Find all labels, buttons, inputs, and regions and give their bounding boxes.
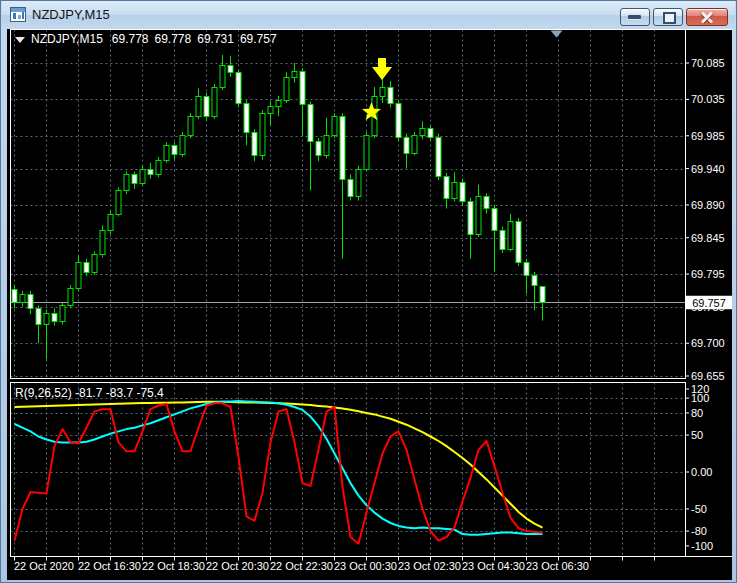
candle bbox=[284, 78, 289, 101]
time-axis-label: 23 Oct 06:30 bbox=[526, 560, 589, 572]
minimize-icon bbox=[628, 15, 641, 19]
price-axis-label: 70.035 bbox=[691, 93, 725, 105]
chart-area[interactable]: 70.08570.03569.98569.94069.89069.84569.7… bbox=[7, 29, 732, 580]
chart-canvas[interactable]: 70.08570.03569.98569.94069.89069.84569.7… bbox=[7, 29, 732, 580]
candle bbox=[132, 175, 137, 184]
candle bbox=[196, 97, 201, 117]
restore-icon bbox=[663, 12, 676, 24]
candle bbox=[444, 177, 449, 199]
dropdown-triangle-icon bbox=[15, 37, 25, 43]
indicator-line-mid bbox=[15, 401, 543, 535]
price-axis-label: 69.700 bbox=[691, 337, 725, 349]
indicator-header: R(9,26,52) -81.7 -83.7 -75.4 bbox=[15, 386, 164, 400]
candle bbox=[244, 104, 249, 133]
candle bbox=[460, 183, 465, 202]
time-axis-label: 22 Oct 2020 bbox=[14, 560, 74, 572]
header-high: 69.778 bbox=[155, 32, 192, 46]
price-axis-label: 69.655 bbox=[691, 370, 725, 382]
sell-arrow-icon bbox=[372, 58, 392, 80]
candle bbox=[300, 72, 305, 105]
candle bbox=[260, 114, 265, 156]
candle bbox=[116, 191, 121, 215]
candle bbox=[452, 183, 457, 199]
candles-group bbox=[12, 55, 545, 359]
candle bbox=[492, 209, 497, 231]
restore-button[interactable] bbox=[653, 8, 683, 26]
header-close: 69.757 bbox=[240, 32, 277, 46]
candle bbox=[124, 175, 129, 191]
candle bbox=[532, 276, 537, 286]
candle bbox=[396, 104, 401, 138]
header-low: 69.731 bbox=[197, 32, 234, 46]
candle bbox=[268, 107, 273, 114]
time-axis-label: 22 Oct 16:30 bbox=[78, 560, 141, 572]
price-axis-label: 69.890 bbox=[691, 199, 725, 211]
candle bbox=[508, 222, 513, 250]
candle bbox=[420, 129, 425, 136]
time-axis-label: 23 Oct 02:30 bbox=[398, 560, 461, 572]
time-axis-label: 22 Oct 18:30 bbox=[142, 560, 205, 572]
close-button[interactable] bbox=[686, 8, 728, 26]
chart-shift-triangle-icon bbox=[551, 31, 563, 38]
candle bbox=[476, 197, 481, 235]
candle bbox=[236, 73, 241, 104]
indicator-axis-label: 100 bbox=[691, 392, 709, 404]
candle bbox=[148, 170, 153, 175]
indicator-line-slow bbox=[15, 402, 543, 528]
candle bbox=[364, 136, 369, 170]
candle bbox=[84, 263, 89, 273]
candle bbox=[36, 309, 41, 325]
candle bbox=[276, 101, 281, 107]
candle bbox=[68, 289, 73, 306]
price-axis-label: 69.940 bbox=[691, 163, 725, 175]
candle bbox=[516, 222, 521, 263]
candle bbox=[500, 231, 505, 250]
minimize-button[interactable] bbox=[620, 8, 650, 26]
candle bbox=[340, 117, 345, 180]
candle bbox=[316, 142, 321, 156]
candle bbox=[484, 197, 489, 209]
candle bbox=[44, 314, 49, 325]
candle bbox=[172, 146, 177, 155]
candle bbox=[212, 88, 217, 117]
header-symbol: NZDJPY,M15 bbox=[31, 32, 103, 46]
candle bbox=[20, 295, 25, 303]
candle bbox=[252, 133, 257, 156]
candle bbox=[28, 295, 33, 309]
candle bbox=[404, 138, 409, 154]
candle bbox=[356, 170, 361, 197]
candle bbox=[140, 170, 145, 184]
indicator-axis-label: -100 bbox=[691, 540, 713, 552]
time-axis-label: 22 Oct 22:30 bbox=[270, 560, 333, 572]
candle bbox=[220, 66, 225, 88]
candle bbox=[412, 136, 417, 154]
price-axis-label: 69.845 bbox=[691, 232, 725, 244]
chart-ohlc-header: NZDJPY,M1569.77869.77869.73169.757 bbox=[15, 32, 283, 46]
candle bbox=[540, 287, 545, 303]
indicator-axis-label: 50 bbox=[691, 429, 703, 441]
chart-window-icon bbox=[10, 7, 26, 22]
current-price-tag-label: 69.757 bbox=[692, 297, 726, 309]
indicator-axis-label: -80 bbox=[691, 525, 707, 537]
candle bbox=[52, 314, 57, 322]
candle bbox=[292, 72, 297, 78]
candle bbox=[388, 88, 393, 104]
indicator-line-fast bbox=[15, 403, 543, 543]
candle bbox=[204, 97, 209, 117]
title-bar[interactable]: NZDJPY,M15 bbox=[2, 1, 735, 29]
candle bbox=[332, 117, 337, 136]
indicator-axis-label: -50 bbox=[691, 503, 707, 515]
candle bbox=[324, 136, 329, 156]
candle bbox=[468, 202, 473, 235]
candle bbox=[524, 263, 529, 276]
window-title: NZDJPY,M15 bbox=[32, 7, 110, 22]
candle bbox=[92, 255, 97, 273]
candle bbox=[428, 129, 433, 138]
indicator-axis-label: 0.00 bbox=[691, 466, 712, 478]
time-axis-label: 23 Oct 04:30 bbox=[462, 560, 525, 572]
candle bbox=[164, 146, 169, 161]
candle bbox=[308, 105, 313, 142]
candle bbox=[12, 290, 17, 303]
candle bbox=[108, 215, 113, 231]
candle bbox=[188, 117, 193, 136]
